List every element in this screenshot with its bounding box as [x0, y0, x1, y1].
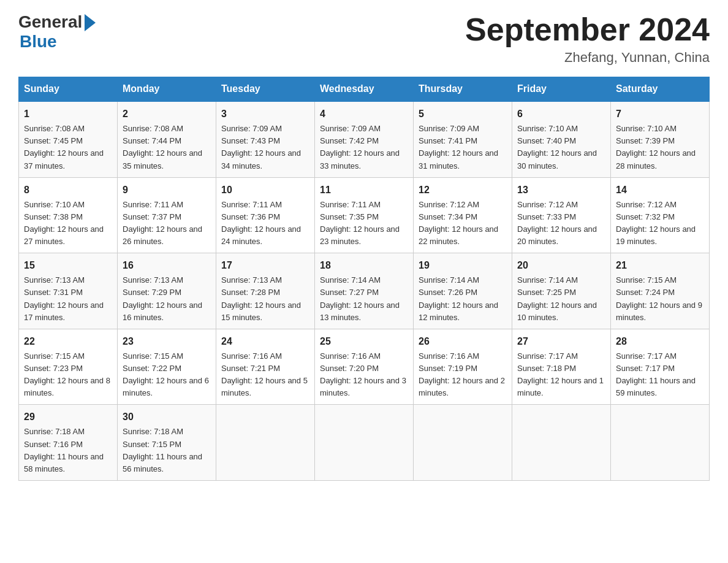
calendar-cell: 20 Sunrise: 7:14 AMSunset: 7:25 PMDaylig…	[512, 253, 611, 329]
calendar-cell: 23 Sunrise: 7:15 AMSunset: 7:22 PMDaylig…	[118, 329, 216, 405]
calendar-cell: 4 Sunrise: 7:09 AMSunset: 7:42 PMDayligh…	[315, 101, 414, 177]
calendar-cell: 25 Sunrise: 7:16 AMSunset: 7:20 PMDaylig…	[315, 329, 414, 405]
day-info: Sunrise: 7:17 AMSunset: 7:17 PMDaylight:…	[616, 351, 696, 397]
day-info: Sunrise: 7:14 AMSunset: 7:26 PMDaylight:…	[419, 275, 498, 321]
day-info: Sunrise: 7:10 AMSunset: 7:38 PMDaylight:…	[24, 200, 104, 246]
calendar-cell	[216, 405, 315, 481]
day-number: 2	[123, 107, 211, 121]
calendar-cell: 24 Sunrise: 7:16 AMSunset: 7:21 PMDaylig…	[216, 329, 315, 405]
day-info: Sunrise: 7:11 AMSunset: 7:35 PMDaylight:…	[320, 200, 400, 246]
day-number: 9	[123, 183, 211, 197]
day-info: Sunrise: 7:13 AMSunset: 7:29 PMDaylight:…	[123, 275, 202, 321]
day-number: 22	[24, 334, 112, 349]
day-info: Sunrise: 7:15 AMSunset: 7:22 PMDaylight:…	[123, 351, 209, 397]
day-number: 18	[320, 258, 408, 273]
calendar-row: 22 Sunrise: 7:15 AMSunset: 7:23 PMDaylig…	[19, 329, 710, 405]
calendar-row: 15 Sunrise: 7:13 AMSunset: 7:31 PMDaylig…	[19, 253, 710, 329]
day-number: 17	[221, 258, 309, 273]
day-info: Sunrise: 7:08 AMSunset: 7:44 PMDaylight:…	[123, 124, 202, 170]
calendar-cell: 26 Sunrise: 7:16 AMSunset: 7:19 PMDaylig…	[414, 329, 512, 405]
calendar-cell: 28 Sunrise: 7:17 AMSunset: 7:17 PMDaylig…	[611, 329, 710, 405]
calendar-cell: 12 Sunrise: 7:12 AMSunset: 7:34 PMDaylig…	[414, 177, 512, 253]
calendar-subtitle: Zhefang, Yunnan, China	[465, 50, 710, 66]
day-info: Sunrise: 7:16 AMSunset: 7:19 PMDaylight:…	[419, 351, 505, 397]
day-number: 29	[24, 410, 112, 424]
calendar-cell: 8 Sunrise: 7:10 AMSunset: 7:38 PMDayligh…	[19, 177, 118, 253]
day-number: 5	[419, 107, 507, 121]
day-info: Sunrise: 7:18 AMSunset: 7:15 PMDaylight:…	[123, 427, 202, 473]
calendar-cell	[414, 405, 512, 481]
day-info: Sunrise: 7:11 AMSunset: 7:37 PMDaylight:…	[123, 200, 202, 246]
day-info: Sunrise: 7:18 AMSunset: 7:16 PMDaylight:…	[24, 427, 104, 473]
calendar-cell: 21 Sunrise: 7:15 AMSunset: 7:24 PMDaylig…	[611, 253, 710, 329]
calendar-cell: 17 Sunrise: 7:13 AMSunset: 7:28 PMDaylig…	[216, 253, 315, 329]
day-number: 27	[517, 334, 605, 349]
logo-arrow-icon	[85, 14, 96, 31]
day-number: 8	[24, 183, 112, 197]
day-info: Sunrise: 7:14 AMSunset: 7:25 PMDaylight:…	[517, 275, 597, 321]
title-section: September 2024 Zhefang, Yunnan, China	[465, 12, 710, 66]
calendar-cell: 29 Sunrise: 7:18 AMSunset: 7:16 PMDaylig…	[19, 405, 118, 481]
day-number: 12	[419, 183, 507, 197]
day-info: Sunrise: 7:08 AMSunset: 7:45 PMDaylight:…	[24, 124, 104, 170]
logo-blue-text: Blue	[20, 32, 57, 52]
day-info: Sunrise: 7:12 AMSunset: 7:33 PMDaylight:…	[517, 200, 597, 246]
calendar-cell: 16 Sunrise: 7:13 AMSunset: 7:29 PMDaylig…	[118, 253, 216, 329]
calendar-cell: 30 Sunrise: 7:18 AMSunset: 7:15 PMDaylig…	[118, 405, 216, 481]
calendar-cell: 3 Sunrise: 7:09 AMSunset: 7:43 PMDayligh…	[216, 101, 315, 177]
calendar-cell: 2 Sunrise: 7:08 AMSunset: 7:44 PMDayligh…	[118, 101, 216, 177]
day-info: Sunrise: 7:09 AMSunset: 7:42 PMDaylight:…	[320, 124, 400, 170]
day-info: Sunrise: 7:11 AMSunset: 7:36 PMDaylight:…	[221, 200, 301, 246]
col-saturday: Saturday	[611, 77, 710, 102]
day-info: Sunrise: 7:10 AMSunset: 7:39 PMDaylight:…	[616, 124, 696, 170]
day-number: 1	[24, 107, 112, 121]
day-info: Sunrise: 7:15 AMSunset: 7:24 PMDaylight:…	[616, 275, 702, 321]
day-info: Sunrise: 7:13 AMSunset: 7:28 PMDaylight:…	[221, 275, 301, 321]
col-monday: Monday	[118, 77, 216, 102]
calendar-title: September 2024	[465, 12, 710, 47]
day-number: 24	[221, 334, 309, 349]
col-friday: Friday	[512, 77, 611, 102]
calendar-cell: 7 Sunrise: 7:10 AMSunset: 7:39 PMDayligh…	[611, 101, 710, 177]
day-number: 3	[221, 107, 309, 121]
day-number: 14	[616, 183, 704, 197]
calendar-table: Sunday Monday Tuesday Wednesday Thursday…	[18, 77, 710, 481]
logo-general-text: General	[18, 12, 82, 32]
day-info: Sunrise: 7:14 AMSunset: 7:27 PMDaylight:…	[320, 275, 400, 321]
calendar-cell: 19 Sunrise: 7:14 AMSunset: 7:26 PMDaylig…	[414, 253, 512, 329]
day-info: Sunrise: 7:16 AMSunset: 7:20 PMDaylight:…	[320, 351, 406, 397]
day-number: 13	[517, 183, 605, 197]
day-number: 15	[24, 258, 112, 273]
day-number: 16	[123, 258, 211, 273]
calendar-cell: 5 Sunrise: 7:09 AMSunset: 7:41 PMDayligh…	[414, 101, 512, 177]
calendar-row: 1 Sunrise: 7:08 AMSunset: 7:45 PMDayligh…	[19, 101, 710, 177]
day-number: 28	[616, 334, 704, 349]
day-info: Sunrise: 7:10 AMSunset: 7:40 PMDaylight:…	[517, 124, 597, 170]
day-number: 23	[123, 334, 211, 349]
page-header: General Blue September 2024 Zhefang, Yun…	[18, 12, 710, 66]
calendar-row: 8 Sunrise: 7:10 AMSunset: 7:38 PMDayligh…	[19, 177, 710, 253]
day-info: Sunrise: 7:12 AMSunset: 7:32 PMDaylight:…	[616, 200, 696, 246]
day-number: 21	[616, 258, 704, 273]
day-info: Sunrise: 7:12 AMSunset: 7:34 PMDaylight:…	[419, 200, 498, 246]
calendar-cell: 11 Sunrise: 7:11 AMSunset: 7:35 PMDaylig…	[315, 177, 414, 253]
calendar-cell: 22 Sunrise: 7:15 AMSunset: 7:23 PMDaylig…	[19, 329, 118, 405]
calendar-cell: 1 Sunrise: 7:08 AMSunset: 7:45 PMDayligh…	[19, 101, 118, 177]
col-wednesday: Wednesday	[315, 77, 414, 102]
calendar-cell: 13 Sunrise: 7:12 AMSunset: 7:33 PMDaylig…	[512, 177, 611, 253]
calendar-cell: 27 Sunrise: 7:17 AMSunset: 7:18 PMDaylig…	[512, 329, 611, 405]
col-thursday: Thursday	[414, 77, 512, 102]
day-info: Sunrise: 7:17 AMSunset: 7:18 PMDaylight:…	[517, 351, 604, 397]
col-tuesday: Tuesday	[216, 77, 315, 102]
calendar-cell: 9 Sunrise: 7:11 AMSunset: 7:37 PMDayligh…	[118, 177, 216, 253]
logo: General Blue	[18, 12, 96, 52]
calendar-cell: 10 Sunrise: 7:11 AMSunset: 7:36 PMDaylig…	[216, 177, 315, 253]
day-info: Sunrise: 7:15 AMSunset: 7:23 PMDaylight:…	[24, 351, 110, 397]
header-row: Sunday Monday Tuesday Wednesday Thursday…	[19, 77, 710, 102]
day-number: 20	[517, 258, 605, 273]
calendar-row: 29 Sunrise: 7:18 AMSunset: 7:16 PMDaylig…	[19, 405, 710, 481]
calendar-cell: 14 Sunrise: 7:12 AMSunset: 7:32 PMDaylig…	[611, 177, 710, 253]
day-number: 19	[419, 258, 507, 273]
day-info: Sunrise: 7:09 AMSunset: 7:43 PMDaylight:…	[221, 124, 301, 170]
col-sunday: Sunday	[19, 77, 118, 102]
